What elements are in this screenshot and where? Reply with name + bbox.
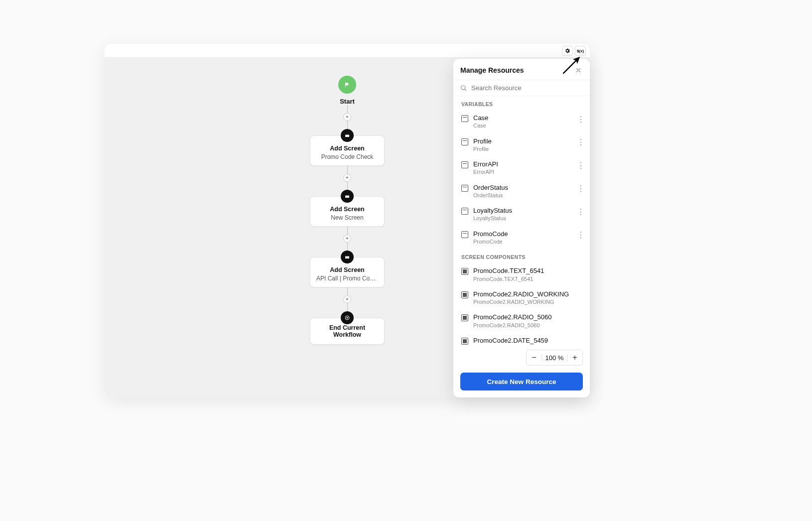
variable-item[interactable]: LoyaltyStatus LoyaltyStatus ⋮	[453, 203, 590, 226]
target-icon	[344, 315, 350, 321]
file-icon	[461, 161, 468, 168]
resource-sub: PromoCode	[473, 238, 571, 245]
panel-title: Manage Resources	[460, 66, 524, 74]
file-icon	[461, 185, 468, 192]
component-item[interactable]: PromoCode.TEXT_6541 PromoCode.TEXT_6541	[453, 263, 590, 286]
component-item[interactable]: PromoCode2.DATE_5459 PromoCode2.DATE_545…	[453, 333, 590, 346]
pointer-arrow-icon	[560, 55, 582, 77]
file-icon	[461, 208, 468, 215]
create-resource-button[interactable]: Create New Resource	[460, 373, 583, 391]
svg-rect-1	[345, 134, 349, 135]
resource-sub: LoyaltyStatus	[473, 215, 571, 222]
resource-sub: Profile	[473, 145, 571, 152]
search-icon	[460, 85, 467, 92]
component-icon	[461, 291, 468, 298]
component-icon	[461, 338, 468, 345]
screen-icon	[344, 254, 350, 260]
section-variables: VARIABLES	[453, 96, 590, 110]
item-menu-button[interactable]: ⋮	[576, 230, 586, 240]
connector	[347, 303, 348, 311]
variable-item[interactable]: Case Case ⋮	[453, 110, 590, 133]
item-menu-button[interactable]: ⋮	[576, 160, 586, 170]
resource-name: PromoCode2.RADIO_5060	[473, 313, 586, 321]
resource-sub: PromoCode.TEXT_6541	[473, 275, 586, 282]
workflow-column: Start + Add Screen Promo Code Check + Ad…	[302, 76, 392, 345]
item-menu-button[interactable]: ⋮	[576, 207, 586, 217]
flag-icon	[344, 81, 351, 88]
screen-icon	[344, 193, 350, 199]
screen-node-cap	[341, 190, 354, 203]
resource-sub: PromoCode2.RADIO_5060	[473, 322, 586, 329]
connector	[347, 243, 348, 251]
file-icon	[461, 231, 468, 238]
add-step-button[interactable]: +	[343, 174, 351, 182]
search-input[interactable]	[471, 84, 583, 92]
resource-sub: ErrorAPI	[473, 168, 571, 175]
start-node[interactable]	[338, 76, 356, 94]
item-menu-button[interactable]: ⋮	[576, 137, 586, 147]
svg-rect-3	[345, 195, 349, 196]
node-subtitle: Promo Code Check	[316, 153, 378, 160]
component-item[interactable]: PromoCode2.RADIO_5060 PromoCode2.RADIO_5…	[453, 309, 590, 333]
resource-sub: PromoCode2.RADIO_WORKING	[473, 298, 586, 305]
editor-topbar: $(x)	[105, 44, 590, 58]
connector	[347, 105, 348, 113]
resource-name: ErrorAPI	[473, 160, 571, 168]
resource-name: Case	[473, 114, 571, 122]
connector	[347, 227, 348, 235]
variable-item[interactable]: PromoCode PromoCode ⋮	[453, 226, 590, 250]
add-step-button[interactable]: +	[343, 235, 351, 243]
zoom-value: 100 %	[541, 354, 567, 362]
component-item[interactable]: PromoCode2.RADIO_WORKING PromoCode2.RADI…	[453, 286, 590, 310]
resource-name: PromoCode2.DATE_5459	[473, 337, 586, 345]
connector	[347, 182, 348, 190]
variables-button[interactable]: $(x)	[575, 46, 586, 56]
svg-point-7	[347, 317, 348, 319]
add-step-button[interactable]: +	[343, 295, 351, 303]
resource-name: OrderStatus	[473, 184, 571, 192]
gear-icon	[564, 48, 570, 54]
end-node-cap	[341, 311, 354, 324]
zoom-controls: − 100 % +	[453, 346, 590, 369]
create-resource-label: Create New Resource	[487, 378, 556, 386]
variable-item[interactable]: Profile Profile ⋮	[453, 133, 590, 157]
zoom-in-button[interactable]: +	[567, 350, 582, 365]
resource-sub: OrderStatus	[473, 192, 571, 199]
connector	[347, 121, 348, 129]
screen-node-cap	[341, 129, 354, 142]
resource-list[interactable]: VARIABLES Case Case ⋮ Profile Profile ⋮ …	[453, 96, 590, 346]
search-row	[453, 80, 590, 96]
fx-label: $(x)	[577, 49, 584, 53]
file-icon	[461, 115, 468, 122]
connector	[347, 166, 348, 174]
connector	[347, 287, 348, 295]
variable-item[interactable]: ErrorAPI ErrorAPI ⋮	[453, 156, 590, 180]
resource-name: PromoCode2.RADIO_WORKING	[473, 290, 586, 298]
resource-sub: Case	[473, 122, 571, 129]
component-icon	[461, 268, 468, 275]
resource-name: Profile	[473, 137, 571, 145]
zoom-out-button[interactable]: −	[527, 350, 541, 365]
svg-rect-5	[345, 256, 349, 257]
resource-name: PromoCode	[473, 230, 571, 238]
node-subtitle: New Screen	[316, 214, 378, 221]
node-subtitle: API Call | Promo Code Det...	[316, 275, 378, 282]
screen-node-cap	[341, 251, 354, 263]
resource-name: LoyaltyStatus	[473, 207, 571, 215]
manage-resources-panel: Manage Resources VARIABLES Case Case ⋮ P…	[453, 59, 590, 397]
node-title: Add Screen	[316, 206, 378, 213]
item-menu-button[interactable]: ⋮	[576, 184, 586, 194]
item-menu-button[interactable]: ⋮	[576, 114, 586, 124]
resource-name: PromoCode.TEXT_6541	[473, 267, 586, 275]
end-label: End Current Workflow	[329, 324, 365, 338]
node-title: Add Screen	[316, 145, 378, 152]
add-step-button[interactable]: +	[343, 113, 351, 121]
file-icon	[461, 138, 468, 145]
start-label: Start	[340, 98, 355, 105]
node-title: Add Screen	[316, 266, 378, 273]
component-icon	[461, 314, 468, 321]
section-components: SCREEN COMPONENTS	[453, 249, 590, 263]
variable-item[interactable]: OrderStatus OrderStatus ⋮	[453, 180, 590, 203]
settings-button[interactable]	[562, 46, 573, 56]
screen-icon	[344, 132, 350, 138]
